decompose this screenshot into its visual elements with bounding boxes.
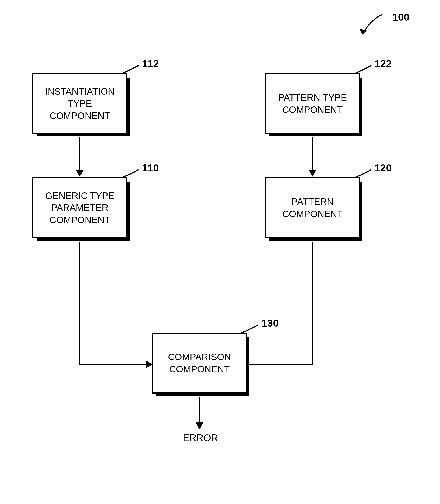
- box-generic-text: GENERIC TYPE PARAMETER COMPONENT: [38, 190, 122, 226]
- arrow-130-down: [199, 397, 200, 423]
- label-122: 122: [375, 58, 392, 70]
- error-output: ERROR: [183, 432, 216, 444]
- label-130: 130: [261, 317, 279, 329]
- hook-arrow-100: [357, 13, 384, 38]
- arrow-122-to-120: [312, 138, 313, 171]
- box-comparison-text: COMPARISON COMPONENT: [157, 351, 242, 375]
- arrow-110-right: [79, 364, 147, 365]
- arrow-110-down: [79, 242, 80, 365]
- arrow-head-122-to-120: [309, 170, 316, 177]
- arrow-120-down: [312, 242, 313, 365]
- label-120: 120: [375, 162, 392, 174]
- box-pattern-type: PATTERN TYPE COMPONENT: [265, 73, 360, 134]
- box-instantiation: INSTANTIATION TYPE COMPONENT: [32, 73, 127, 134]
- arrow-head-130-to-error: [195, 422, 204, 430]
- label-100: 100: [392, 11, 409, 23]
- box-generic: GENERIC TYPE PARAMETER COMPONENT: [32, 177, 127, 238]
- arrow-120-left: [246, 364, 313, 365]
- label-110: 110: [142, 162, 159, 174]
- box-pattern-type-text: PATTERN TYPE COMPONENT: [270, 92, 355, 116]
- box-pattern: PATTERN COMPONENT: [265, 177, 360, 238]
- box-instantiation-text: INSTANTIATION TYPE COMPONENT: [38, 85, 122, 122]
- arrow-head-112-to-110: [76, 170, 84, 177]
- box-comparison: COMPARISON COMPONENT: [152, 333, 247, 393]
- arrow-112-to-110: [79, 138, 80, 171]
- box-pattern-text: PATTERN COMPONENT: [270, 196, 355, 220]
- label-112: 112: [142, 58, 159, 70]
